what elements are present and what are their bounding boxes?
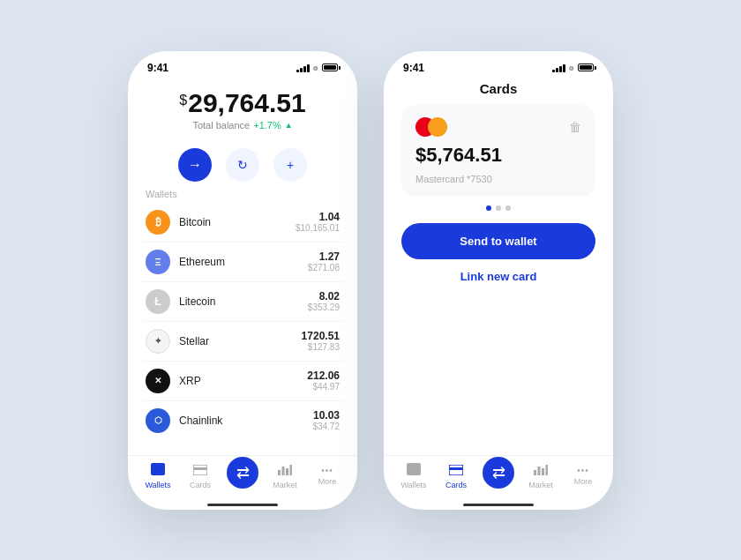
stellar-name: Stellar xyxy=(179,335,293,347)
nav-market-2[interactable]: Market xyxy=(520,463,562,489)
home-indicator-2 xyxy=(463,504,534,506)
send-button[interactable]: → xyxy=(178,148,212,182)
phone-cards: 9:41 ⌾ Cards 🗑 $5,764.51 xyxy=(384,51,613,510)
more-nav-icon: ••• xyxy=(321,466,333,475)
wifi-icon-2: ⌾ xyxy=(569,63,573,72)
exchange-button-2[interactable]: ⇄ xyxy=(483,457,514,489)
ethereum-name: Ethereum xyxy=(179,256,299,268)
cards-nav-icon-2 xyxy=(449,463,463,479)
xrp-icon: ✕ xyxy=(146,369,170,393)
stellar-usd: $127.83 xyxy=(302,342,340,352)
dot-3 xyxy=(505,205,511,211)
stellar-amount: 1720.51 xyxy=(302,330,340,342)
action-buttons: → ↻ + xyxy=(128,139,357,189)
wallet-item-litecoin[interactable]: Ł Litecoin 8.02 $353.29 xyxy=(142,282,343,322)
wallets-section-label: Wallets xyxy=(128,189,357,203)
balance-value: 29,764.51 xyxy=(188,88,305,118)
nav-cards-label-2: Cards xyxy=(445,481,467,489)
bitcoin-usd: $10,165.01 xyxy=(296,223,340,233)
bottom-nav-2: Wallets Cards ⇄ Market ••• More xyxy=(384,455,613,504)
dot-2 xyxy=(496,205,501,211)
wallet-item-ethereum[interactable]: Ξ Ethereum 1.27 $271.08 xyxy=(142,243,343,282)
nav-market-label: Market xyxy=(273,481,297,489)
battery-icon xyxy=(322,63,338,71)
nav-cards-2[interactable]: Cards xyxy=(435,463,477,489)
nav-wallets[interactable]: Wallets xyxy=(137,463,179,489)
svg-rect-1 xyxy=(151,468,165,475)
nav-market-label-2: Market xyxy=(528,481,553,489)
card-header: 🗑 xyxy=(415,117,581,137)
card-balance: $5,764.51 xyxy=(415,144,581,167)
nav-wallets-2[interactable]: Wallets xyxy=(393,463,435,489)
ethereum-amount: 1.27 xyxy=(308,250,340,263)
link-card-button[interactable]: Link new card xyxy=(401,259,595,294)
market-nav-icon xyxy=(278,463,292,479)
svg-rect-12 xyxy=(534,470,536,475)
chainlink-icon: ⬡ xyxy=(146,408,170,433)
svg-rect-11 xyxy=(449,467,463,470)
mastercard-logo xyxy=(415,117,447,137)
up-arrow-icon: ▲ xyxy=(285,121,293,130)
cards-title: Cards xyxy=(384,78,613,105)
litecoin-name: Litecoin xyxy=(179,295,299,308)
wallets-nav-icon-2 xyxy=(407,463,421,479)
nav-more-label: More xyxy=(318,477,337,486)
svg-rect-13 xyxy=(538,467,541,475)
phone1-content: $ 29,764.51 Total balance +1.7% ▲ → ↻ + … xyxy=(128,78,357,455)
card-display: 🗑 $5,764.51 Mastercard *7530 xyxy=(401,105,595,197)
nav-market[interactable]: Market xyxy=(264,463,306,489)
status-time-2: 9:41 xyxy=(403,62,424,74)
wallet-item-chainlink[interactable]: ⬡ Chainlink 10.03 $34.72 xyxy=(142,401,343,440)
svg-rect-3 xyxy=(193,467,207,470)
bitcoin-name: Bitcoin xyxy=(179,216,287,228)
spacer xyxy=(384,294,613,455)
litecoin-amounts: 8.02 $353.29 xyxy=(308,290,340,312)
signal-icon-2 xyxy=(552,63,565,72)
xrp-usd: $44.97 xyxy=(307,382,340,392)
status-bar-1: 9:41 ⌾ xyxy=(128,51,357,78)
nav-more[interactable]: ••• More xyxy=(306,466,348,486)
litecoin-amount: 8.02 xyxy=(308,290,340,302)
wallet-list: ₿ Bitcoin 1.04 $10,165.01 Ξ Ethereum 1.2… xyxy=(128,203,357,455)
cards-nav-icon xyxy=(193,463,207,479)
phone-wallets: 9:41 ⌾ $ 29,764.51 Total balance xyxy=(128,51,357,510)
exchange-button[interactable]: ⇄ xyxy=(227,457,258,489)
status-icons-1: ⌾ xyxy=(296,63,338,72)
send-to-wallet-button[interactable]: Send to wallet xyxy=(401,223,595,259)
xrp-amounts: 212.06 $44.97 xyxy=(307,370,340,392)
wallet-item-xrp[interactable]: ✕ XRP 212.06 $44.97 xyxy=(142,362,343,401)
dot-1 xyxy=(486,205,491,211)
balance-amount: $ 29,764.51 xyxy=(146,88,340,118)
nav-more-2[interactable]: ••• More xyxy=(562,466,604,486)
xrp-name: XRP xyxy=(179,375,298,387)
nav-cards[interactable]: Cards xyxy=(179,463,221,489)
add-button[interactable]: + xyxy=(273,148,307,182)
wallets-nav-icon xyxy=(151,463,165,479)
mc-orange-circle xyxy=(428,117,447,137)
balance-label: Total balance +1.7% ▲ xyxy=(146,120,340,131)
chainlink-name: Chainlink xyxy=(179,414,303,427)
balance-change: +1.7% xyxy=(253,120,281,131)
wallet-item-bitcoin[interactable]: ₿ Bitcoin 1.04 $10,165.01 xyxy=(142,203,343,243)
status-bar-2: 9:41 ⌾ xyxy=(384,51,613,78)
status-time-1: 9:41 xyxy=(147,62,168,74)
ethereum-amounts: 1.27 $271.08 xyxy=(308,250,340,273)
home-indicator-1 xyxy=(207,504,278,506)
delete-card-button[interactable]: 🗑 xyxy=(569,120,581,134)
status-icons-2: ⌾ xyxy=(552,63,594,72)
svg-rect-9 xyxy=(407,468,421,475)
card-dots xyxy=(384,197,613,216)
nav-wallets-label: Wallets xyxy=(145,481,170,489)
market-nav-icon-2 xyxy=(534,463,548,479)
nav-exchange[interactable]: ⇄ xyxy=(221,464,264,489)
svg-rect-15 xyxy=(546,465,549,475)
nav-exchange-2[interactable]: ⇄ xyxy=(477,464,520,489)
nav-wallets-label-2: Wallets xyxy=(400,481,426,489)
refresh-button[interactable]: ↻ xyxy=(226,148,259,182)
wallet-item-stellar[interactable]: ✦ Stellar 1720.51 $127.83 xyxy=(142,322,343,362)
svg-rect-5 xyxy=(282,467,285,475)
svg-rect-6 xyxy=(286,468,288,475)
chainlink-usd: $34.72 xyxy=(312,422,340,431)
svg-rect-7 xyxy=(290,465,293,475)
bottom-nav-1: Wallets Cards ⇄ Market ••• More xyxy=(128,455,357,504)
